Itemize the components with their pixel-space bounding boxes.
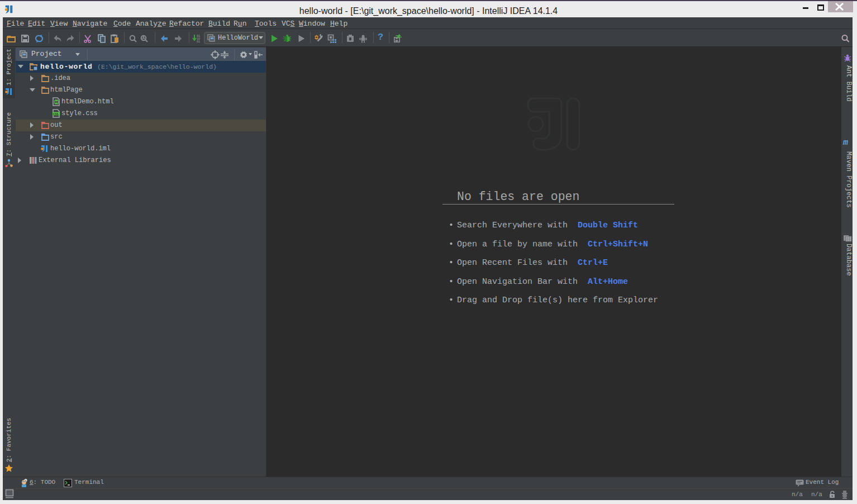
- svg-text:CSS: CSS: [53, 112, 59, 116]
- svg-text:01: 01: [197, 40, 200, 43]
